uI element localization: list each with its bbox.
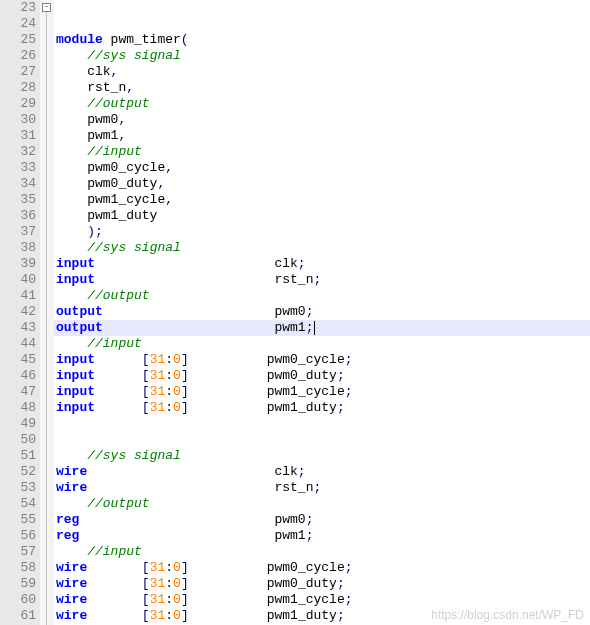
line-number: 51 [0, 448, 36, 464]
code-token [56, 416, 64, 431]
code-token [87, 592, 142, 607]
code-token: 31 [150, 352, 166, 367]
line-number: 25 [0, 32, 36, 48]
code-token: //output [87, 496, 149, 511]
line-number: 57 [0, 544, 36, 560]
code-token: //output [87, 96, 149, 111]
code-token: 0 [173, 592, 181, 607]
code-token: ; [313, 480, 321, 495]
code-token: ; [345, 352, 353, 367]
code-line[interactable]: reg pwm1; [54, 528, 590, 544]
code-line[interactable]: wire rst_n; [54, 480, 590, 496]
code-line[interactable] [54, 416, 590, 432]
code-line[interactable]: //input [54, 336, 590, 352]
code-line[interactable]: pwm1, [54, 128, 590, 144]
code-token: ; [95, 224, 103, 239]
code-line[interactable]: //sys signal [54, 448, 590, 464]
code-token: pwm0_duty [189, 368, 337, 383]
code-line[interactable] [54, 432, 590, 448]
code-token: : [165, 560, 173, 575]
code-line[interactable]: //input [54, 144, 590, 160]
code-token [87, 576, 142, 591]
code-line[interactable]: pwm0_cycle, [54, 160, 590, 176]
code-token [56, 448, 87, 463]
code-token: pwm0_duty [189, 576, 337, 591]
code-token [95, 368, 142, 383]
code-line[interactable]: input [31:0] pwm1_duty; [54, 400, 590, 416]
code-token: reg [56, 512, 79, 527]
line-number: 54 [0, 496, 36, 512]
code-line[interactable]: input [31:0] pwm0_duty; [54, 368, 590, 384]
code-line[interactable]: input [31:0] pwm0_cycle; [54, 352, 590, 368]
line-number-gutter: 2324252627282930313233343536373839404142… [0, 0, 40, 625]
code-token: ] [181, 608, 189, 623]
code-line[interactable]: pwm1_duty [54, 208, 590, 224]
code-line[interactable]: //output [54, 96, 590, 112]
code-line[interactable]: wire [31:0] pwm1_duty; [54, 608, 590, 624]
code-token: , [111, 64, 119, 79]
code-line[interactable]: clk, [54, 64, 590, 80]
code-token: : [165, 368, 173, 383]
code-token: , [165, 192, 173, 207]
code-token: input [56, 352, 95, 367]
code-line[interactable]: module pwm_timer( [54, 32, 590, 48]
fold-toggle[interactable]: - [42, 3, 51, 12]
code-token: pwm1_cycle [189, 384, 345, 399]
code-token: 0 [173, 368, 181, 383]
code-token: output [56, 304, 103, 319]
code-line[interactable]: //output [54, 288, 590, 304]
code-line[interactable]: rst_n, [54, 80, 590, 96]
code-line[interactable]: pwm0_duty, [54, 176, 590, 192]
code-line[interactable]: //input [54, 544, 590, 560]
code-line[interactable]: output pwm0; [54, 304, 590, 320]
line-number: 56 [0, 528, 36, 544]
line-number: 38 [0, 240, 36, 256]
code-line[interactable]: input [31:0] pwm1_cycle; [54, 384, 590, 400]
code-line[interactable]: pwm0, [54, 112, 590, 128]
code-line[interactable]: wire clk; [54, 464, 590, 480]
code-token: 0 [173, 576, 181, 591]
code-token: ] [181, 352, 189, 367]
line-number: 37 [0, 224, 36, 240]
code-token: pwm_timer [111, 32, 181, 47]
code-token: 31 [150, 592, 166, 607]
line-number: 27 [0, 64, 36, 80]
line-number: 29 [0, 96, 36, 112]
line-number: 31 [0, 128, 36, 144]
code-token: //input [87, 144, 142, 159]
code-token [56, 144, 87, 159]
code-token: 31 [150, 384, 166, 399]
code-line[interactable]: //output [54, 496, 590, 512]
code-line[interactable]: input rst_n; [54, 272, 590, 288]
code-token: input [56, 384, 95, 399]
line-number: 45 [0, 352, 36, 368]
code-token: ] [181, 368, 189, 383]
code-token: pwm1_duty [56, 208, 157, 223]
code-token: ; [345, 560, 353, 575]
code-token [56, 288, 87, 303]
code-token [95, 400, 142, 415]
code-line[interactable]: wire [31:0] pwm0_cycle; [54, 560, 590, 576]
line-number: 36 [0, 208, 36, 224]
code-line[interactable]: input clk; [54, 256, 590, 272]
code-token: module [56, 32, 111, 47]
code-token: pwm0_cycle [189, 352, 345, 367]
code-token: wire [56, 592, 87, 607]
code-token: pwm0 [103, 304, 306, 319]
code-token: reg [56, 528, 79, 543]
code-token [87, 560, 142, 575]
code-line[interactable]: ); [54, 224, 590, 240]
code-line[interactable]: //sys signal [54, 240, 590, 256]
code-line[interactable]: reg pwm0; [54, 512, 590, 528]
code-token: wire [56, 464, 87, 479]
line-number: 35 [0, 192, 36, 208]
code-area[interactable]: module pwm_timer( //sys signal clk, rst_… [54, 0, 590, 625]
code-token: ] [181, 384, 189, 399]
code-line[interactable]: //sys signal [54, 48, 590, 64]
code-token: 0 [173, 400, 181, 415]
code-token: 0 [173, 608, 181, 623]
code-line[interactable]: wire [31:0] pwm0_duty; [54, 576, 590, 592]
code-line[interactable]: wire [31:0] pwm1_cycle; [54, 592, 590, 608]
code-line[interactable]: pwm1_cycle, [54, 192, 590, 208]
code-line[interactable]: output pwm1; [54, 320, 590, 336]
